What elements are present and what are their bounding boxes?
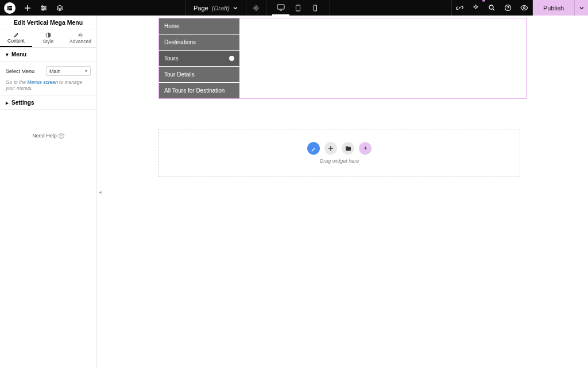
device-mobile-button[interactable] bbox=[307, 0, 324, 16]
section-settings-label: Settings bbox=[11, 99, 34, 106]
section-menu-toggle[interactable]: ▾ Menu bbox=[0, 48, 96, 62]
add-element-button[interactable] bbox=[24, 4, 32, 12]
menu-item-destinations[interactable]: Destinations bbox=[159, 34, 239, 50]
structure-button[interactable] bbox=[56, 4, 64, 12]
panel-title: Edit Vertical Mega Menu bbox=[0, 16, 96, 29]
svg-rect-0 bbox=[7, 6, 9, 10]
svg-point-24 bbox=[79, 34, 81, 36]
device-desktop-button[interactable] bbox=[272, 0, 289, 16]
svg-rect-2 bbox=[9, 7, 12, 9]
svg-line-19 bbox=[493, 9, 495, 10]
menus-screen-link[interactable]: Menus screen bbox=[27, 79, 57, 85]
svg-rect-1 bbox=[9, 6, 12, 7]
add-widget-button[interactable] bbox=[324, 142, 337, 155]
tab-advanced[interactable]: Advanced bbox=[64, 29, 96, 47]
topbar-right: Publish bbox=[451, 0, 588, 16]
edit-container-button[interactable] bbox=[307, 142, 320, 155]
chevron-down-icon: ▾ bbox=[85, 68, 87, 74]
svg-rect-17 bbox=[314, 5, 316, 11]
ai-generate-button[interactable] bbox=[359, 142, 372, 155]
helper-text: Go to the Menus screen to manage your me… bbox=[0, 78, 96, 95]
select-menu-control: Select Menu Main ▾ bbox=[0, 62, 96, 78]
help-button[interactable] bbox=[500, 0, 516, 16]
panel-tabs: Content Style Advanced bbox=[0, 29, 96, 48]
svg-marker-12 bbox=[57, 5, 63, 9]
svg-rect-14 bbox=[277, 5, 284, 9]
svg-point-18 bbox=[489, 5, 493, 9]
page-selector[interactable]: Page (Draft) bbox=[185, 0, 246, 16]
svg-point-13 bbox=[255, 7, 257, 9]
caret-right-icon: ▸ bbox=[6, 100, 9, 106]
connect-button[interactable] bbox=[452, 0, 468, 16]
section-settings-toggle[interactable]: ▸ Settings bbox=[0, 95, 96, 110]
tab-label: Advanced bbox=[69, 39, 91, 44]
svg-point-21 bbox=[508, 9, 509, 10]
empty-container-dropzone[interactable]: Drag widget here bbox=[158, 129, 520, 177]
site-settings-button[interactable] bbox=[40, 4, 48, 12]
select-menu-label: Select Menu bbox=[6, 68, 34, 74]
help-icon: ? bbox=[59, 133, 64, 139]
editor-canvas: Home Destinations Tours Tour Details All… bbox=[97, 16, 588, 368]
svg-point-22 bbox=[523, 7, 525, 9]
page-status: (Draft) bbox=[212, 5, 230, 12]
tab-content[interactable]: Content bbox=[0, 29, 32, 47]
select-menu-value: Main bbox=[49, 68, 61, 74]
tab-label: Content bbox=[7, 38, 25, 44]
select-menu-dropdown[interactable]: Main ▾ bbox=[46, 66, 91, 76]
section-menu-label: Menu bbox=[11, 51, 26, 57]
svg-point-11 bbox=[42, 9, 44, 10]
top-bar: Page (Draft) bbox=[0, 0, 588, 16]
page-settings-button[interactable] bbox=[252, 4, 260, 12]
mega-menu-list: Home Destinations Tours Tour Details All… bbox=[159, 18, 239, 98]
caret-down-icon: ▾ bbox=[6, 52, 9, 57]
topbar-center: Page (Draft) bbox=[64, 0, 451, 16]
svg-rect-3 bbox=[9, 9, 12, 10]
whats-new-button[interactable] bbox=[468, 0, 484, 16]
dropzone-actions bbox=[307, 142, 372, 155]
page-label: Page bbox=[194, 5, 208, 12]
tab-style[interactable]: Style bbox=[32, 29, 64, 47]
elementor-logo[interactable] bbox=[4, 2, 16, 14]
device-tablet-button[interactable] bbox=[289, 0, 307, 16]
editor-panel: Edit Vertical Mega Menu Content Style Ad… bbox=[0, 16, 97, 368]
submenu-indicator-icon bbox=[229, 56, 234, 61]
vertical-mega-menu-widget[interactable]: Home Destinations Tours Tour Details All… bbox=[158, 18, 527, 99]
add-template-button[interactable] bbox=[342, 142, 354, 155]
tab-label: Style bbox=[43, 39, 54, 44]
menu-item-tours[interactable]: Tours bbox=[159, 51, 239, 66]
need-help-link[interactable]: Need Help ? bbox=[0, 110, 96, 139]
publish-button[interactable]: Publish bbox=[533, 0, 574, 16]
topbar-left bbox=[0, 2, 64, 14]
menu-item-home[interactable]: Home bbox=[159, 18, 239, 34]
svg-point-7 bbox=[42, 5, 43, 6]
svg-rect-16 bbox=[296, 5, 300, 11]
preview-button[interactable] bbox=[516, 0, 532, 16]
finder-search-button[interactable] bbox=[484, 0, 500, 16]
separator bbox=[266, 0, 266, 16]
menu-item-all-tours[interactable]: All Tours for Destination bbox=[159, 83, 239, 98]
dropzone-hint: Drag widget here bbox=[320, 158, 359, 164]
separator bbox=[330, 0, 330, 16]
chevron-down-icon bbox=[233, 6, 238, 10]
menu-item-tour-details[interactable]: Tour Details bbox=[159, 67, 239, 82]
responsive-devices bbox=[272, 0, 324, 16]
svg-point-9 bbox=[44, 7, 45, 8]
publish-options-button[interactable] bbox=[574, 0, 588, 16]
